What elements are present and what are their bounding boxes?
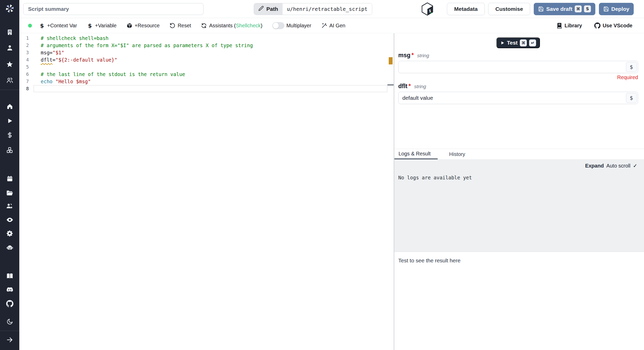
users-gear-icon: [6, 203, 13, 210]
overview-ruler-cursor-marker: [387, 85, 394, 85]
code-line[interactable]: 2# arguments of the form X="$I" are pars…: [19, 42, 387, 49]
variable-picker-button[interactable]: $: [626, 93, 637, 103]
line-number: 8: [19, 85, 33, 92]
kbd-s: S: [584, 5, 591, 12]
multiplayer-toggle[interactable]: [272, 22, 284, 29]
tab-logs-result[interactable]: Logs & Result: [394, 149, 438, 159]
line-number: 1: [19, 35, 33, 42]
gear-icon: [6, 230, 13, 237]
line-number: 3: [19, 49, 33, 56]
expand-button[interactable]: Expand: [585, 163, 604, 169]
folder-open-icon: [6, 189, 13, 196]
save-draft-label: Save draft: [546, 6, 572, 12]
left-sidebar: [0, 0, 19, 350]
sidebar-item-calendar[interactable]: [0, 173, 19, 184]
package-icon: [126, 23, 132, 29]
sidebar-item-discord[interactable]: [0, 284, 19, 295]
sidebar-item-folder-open[interactable]: [0, 187, 19, 198]
path-edit-segment[interactable]: Path: [254, 3, 283, 15]
toolbar-item--context-var[interactable]: $+Context Var: [39, 22, 77, 29]
code-line[interactable]: 5: [19, 63, 387, 71]
path-button[interactable]: Path u/henri/retractable_script: [254, 3, 372, 15]
line-content: [33, 85, 387, 92]
required-error: Required: [398, 74, 638, 80]
sidebar-item-users-gear[interactable]: [0, 200, 19, 212]
required-star: *: [409, 83, 411, 90]
kbd-cmd: ⌘: [520, 39, 527, 46]
code-line[interactable]: 3msg="$1": [19, 49, 387, 56]
logs-empty-message: No logs are available yet: [398, 175, 472, 180]
home-icon: [6, 103, 13, 110]
toolbar-item-reset[interactable]: Reset: [170, 23, 191, 29]
field-label-msg: msg* string: [398, 52, 638, 59]
sidebar-item-star[interactable]: [0, 59, 19, 70]
variable-picker-button[interactable]: $: [626, 62, 637, 72]
toolbar-item-multiplayer[interactable]: Multiplayer: [272, 22, 311, 29]
sidebar-item-play[interactable]: [0, 115, 19, 127]
sidebar-item-moon[interactable]: [0, 316, 19, 327]
line-content: # shellcheck shell=bash: [33, 35, 387, 42]
code-line[interactable]: 8: [19, 85, 387, 92]
sidebar-item-users[interactable]: [0, 74, 19, 86]
overview-ruler-warning-marker: [389, 57, 393, 64]
sidebar-item-book-open[interactable]: [0, 270, 19, 282]
path-value[interactable]: u/henri/retractable_script: [283, 3, 372, 15]
play-icon: [500, 41, 505, 45]
autoscroll-toggle[interactable]: Auto scroll: [606, 163, 630, 169]
refresh-icon: [201, 23, 207, 29]
metadata-button[interactable]: Metadata: [447, 3, 485, 15]
sidebar-item-user[interactable]: [0, 42, 19, 54]
deploy-button[interactable]: Deploy: [599, 3, 634, 15]
windmill-pinwheel-icon: [5, 3, 15, 15]
test-label: Test: [507, 40, 518, 46]
code-editor[interactable]: 1# shellcheck shell=bash2# arguments of …: [19, 33, 394, 350]
sidebar-item-arrow-right[interactable]: [0, 334, 19, 345]
sidebar-item-github[interactable]: [0, 298, 19, 309]
line-content: echo "Hello $msg": [33, 78, 387, 85]
building-icon: [6, 29, 13, 36]
toolbar-item-use-vscode[interactable]: Use VScode: [594, 22, 632, 29]
sidebar-item-robot[interactable]: [0, 242, 19, 253]
script-summary-input[interactable]: [23, 3, 204, 15]
dflt-input[interactable]: [399, 92, 638, 104]
msg-input[interactable]: [399, 61, 638, 73]
code-line[interactable]: 1# shellcheck shell=bash: [19, 35, 387, 42]
field-type: string: [414, 84, 426, 89]
toolbar-item-assistants--[interactable]: Assistants (Shellcheck): [201, 23, 262, 29]
line-content: # arguments of the form X="$I" are parse…: [33, 42, 387, 49]
moon-icon: [6, 318, 13, 325]
reset-icon: [170, 23, 176, 29]
tab-history[interactable]: History: [448, 149, 467, 159]
customise-button[interactable]: Customise: [488, 3, 530, 15]
kbd-enter: ↵: [529, 39, 536, 46]
toolbar-item-library[interactable]: Library: [556, 23, 582, 29]
dollar-icon: $: [87, 22, 93, 29]
code-line[interactable]: 7echo "Hello $msg": [19, 78, 387, 85]
book-open-icon: [6, 272, 13, 280]
path-label: Path: [266, 6, 278, 12]
logs-panel: Expand Auto scroll ✓ No logs are availab…: [394, 159, 644, 252]
bash-icon: $: [421, 2, 434, 16]
test-button[interactable]: Test ⌘ ↵: [496, 37, 540, 48]
code-line[interactable]: 4dflt="${2:-default value}": [19, 56, 387, 63]
sidebar-item-gear[interactable]: [0, 228, 19, 239]
sidebar-item-eye[interactable]: [0, 214, 19, 226]
pencil-icon: [258, 6, 264, 12]
code-line[interactable]: 6# the last line of the stdout is the re…: [19, 71, 387, 78]
save-icon: [603, 6, 609, 12]
users-icon: [6, 77, 13, 84]
sidebar-item-building[interactable]: [0, 27, 19, 38]
toolbar-item--variable[interactable]: $+Variable: [87, 22, 117, 29]
test-args-form: Test ⌘ ↵ msg* string $ Required dflt* st…: [394, 33, 644, 149]
sidebar-item-cubes[interactable]: [0, 144, 19, 156]
sidebar-item-home[interactable]: [0, 101, 19, 112]
toolbar-item-ai-gen[interactable]: AI Gen: [321, 23, 345, 29]
save-draft-button[interactable]: Save draft ⌘ S: [534, 3, 595, 15]
play-icon: [7, 118, 13, 124]
line-number: 7: [19, 78, 33, 85]
sidebar-item-dollar[interactable]: [0, 129, 19, 141]
top-bar: Path u/henri/retractable_script $ Metada…: [19, 0, 644, 18]
result-panel: Test to see the result here: [394, 252, 644, 350]
windmill-logo[interactable]: [0, 2, 19, 16]
toolbar-item--resource[interactable]: +Resource: [126, 23, 159, 29]
